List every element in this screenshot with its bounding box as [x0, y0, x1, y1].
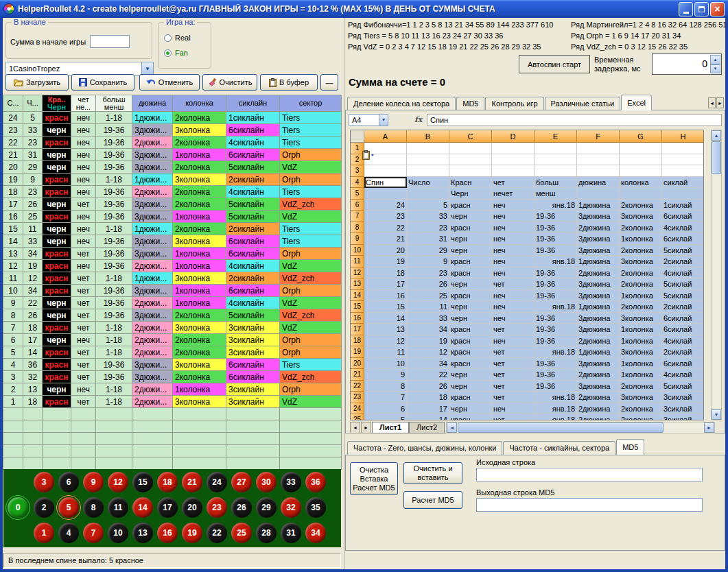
- sheet-nav-left-icon[interactable]: ◄: [350, 422, 360, 433]
- excel-col-header-E[interactable]: E: [535, 130, 577, 143]
- scroll-left-icon[interactable]: ◄: [447, 422, 457, 433]
- excel-cell-A8[interactable]: 22: [364, 222, 407, 234]
- excel-cell-H7[interactable]: 6сиклай: [662, 211, 704, 222]
- excel-row-header-17[interactable]: 17: [351, 324, 364, 335]
- excel-cell-B16[interactable]: 33: [407, 313, 449, 324]
- excel-row-header-15[interactable]: 15: [351, 301, 364, 313]
- excel-cell-G17[interactable]: 1колонка: [620, 324, 662, 335]
- excel-cell-C7[interactable]: черн: [449, 211, 492, 222]
- excel-cell-A19[interactable]: 11: [364, 346, 407, 358]
- wheel-number-29[interactable]: 29: [256, 497, 277, 518]
- wheel-number-13[interactable]: 13: [132, 523, 153, 543]
- excel-cell-G18[interactable]: 1колонка: [620, 335, 662, 347]
- excel-cell-D25[interactable]: чет: [492, 414, 535, 420]
- excel-cell-E21[interactable]: 19-36: [535, 369, 577, 381]
- radio-real[interactable]: Real: [164, 34, 191, 42]
- excel-cell-D15[interactable]: неч: [492, 301, 535, 313]
- excel-cell-B14[interactable]: 25: [407, 290, 449, 302]
- excel-cell-D16[interactable]: неч: [492, 313, 535, 324]
- excel-cell-G9[interactable]: 1колонка: [620, 233, 662, 245]
- md5-output-input[interactable]: [476, 498, 703, 512]
- excel-cell-A11[interactable]: 19: [364, 256, 407, 267]
- excel-cell-G12[interactable]: 2колонка: [620, 267, 662, 279]
- wheel-number-34[interactable]: 34: [305, 523, 326, 543]
- radio-fan[interactable]: Fan: [164, 49, 188, 57]
- excel-cell-D7[interactable]: неч: [492, 211, 535, 222]
- excel-cell-C9[interactable]: черн: [449, 233, 492, 245]
- excel-cell-H3[interactable]: [662, 165, 704, 177]
- excel-cell-F3[interactable]: [577, 165, 620, 177]
- excel-row-header-4[interactable]: 4: [351, 177, 364, 189]
- excel-row-header-25[interactable]: 25: [351, 414, 364, 420]
- excel-cell-F22[interactable]: 3дюжина: [577, 381, 620, 392]
- excel-cell-B7[interactable]: 33: [407, 211, 449, 222]
- excel-row-header-13[interactable]: 13: [351, 278, 364, 290]
- tab-freq-chances[interactable]: Частота - Zero, шансы, дюжины, колонки: [347, 441, 502, 455]
- wheel-number-24[interactable]: 24: [207, 472, 227, 492]
- cell-name-box[interactable]: A4 ▼: [349, 114, 388, 126]
- excel-cell-F7[interactable]: 3дюжина: [577, 211, 620, 222]
- excel-cell-D21[interactable]: чет: [492, 369, 535, 381]
- autospin-start-button[interactable]: Автоспин старт: [519, 55, 590, 73]
- md5-clear-insert-button[interactable]: Очистить и вставить: [403, 462, 462, 484]
- excel-cell-C3[interactable]: [449, 165, 492, 177]
- excel-cell-E23[interactable]: янв.18: [535, 392, 577, 403]
- excel-row-header-3[interactable]: 3: [351, 165, 364, 177]
- excel-cell-E3[interactable]: [535, 165, 577, 177]
- excel-cell-G13[interactable]: 2колонка: [620, 278, 662, 290]
- excel-cell-B17[interactable]: 34: [407, 324, 449, 335]
- wheel-number-9[interactable]: 9: [83, 472, 104, 492]
- excel-cell-C13[interactable]: черн: [449, 278, 492, 290]
- excel-cell-F8[interactable]: 2дюжина: [577, 222, 620, 234]
- excel-cell-F19[interactable]: 1дюжина: [577, 346, 620, 358]
- excel-cell-E5[interactable]: менш: [535, 188, 577, 200]
- excel-cell-B25[interactable]: 14: [407, 414, 449, 420]
- excel-col-header-B[interactable]: B: [407, 130, 449, 143]
- excel-cell-C21[interactable]: черн: [449, 369, 492, 381]
- excel-cell-A24[interactable]: 6: [364, 403, 407, 415]
- wheel-number-0[interactable]: 0: [8, 497, 28, 518]
- excel-cell-F15[interactable]: 1дюжина: [577, 301, 620, 313]
- spin-down-icon[interactable]: ▼: [710, 64, 720, 74]
- excel-cell-B18[interactable]: 19: [407, 335, 449, 347]
- excel-cell-A23[interactable]: 7: [364, 392, 407, 403]
- excel-cell-A4[interactable]: Спин: [364, 177, 407, 189]
- excel-cell-A18[interactable]: 12: [364, 335, 407, 347]
- excel-cell-B13[interactable]: 26: [407, 278, 449, 290]
- excel-cell-C22[interactable]: черн: [449, 381, 492, 392]
- sheet-nav-right-icon[interactable]: ►: [361, 422, 371, 433]
- tab-scroll-left-icon[interactable]: ◄: [708, 97, 716, 108]
- excel-cell-H22[interactable]: 5сиклай: [662, 381, 704, 392]
- excel-cell-E22[interactable]: 19-36: [535, 381, 577, 392]
- excel-cell-A25[interactable]: 5: [364, 414, 407, 420]
- wheel-number-22[interactable]: 22: [207, 523, 227, 543]
- formula-input[interactable]: Спин: [427, 114, 722, 126]
- excel-cell-D9[interactable]: неч: [492, 233, 535, 245]
- excel-cell-E20[interactable]: 19-36: [535, 358, 577, 370]
- excel-cell-D14[interactable]: неч: [492, 290, 535, 302]
- excel-cell-F2[interactable]: [577, 154, 620, 166]
- excel-cell-C24[interactable]: черн: [449, 403, 492, 415]
- excel-cell-B12[interactable]: 23: [407, 267, 449, 279]
- excel-row-header-20[interactable]: 20: [351, 358, 364, 370]
- excel-cell-G25[interactable]: 2колонка: [620, 414, 662, 420]
- wheel-number-7[interactable]: 7: [83, 523, 104, 543]
- excel-cell-F11[interactable]: 1дюжина: [577, 256, 620, 267]
- excel-cell-E24[interactable]: янв.18: [535, 403, 577, 415]
- wheel-number-19[interactable]: 19: [182, 523, 202, 543]
- excel-cell-E11[interactable]: янв.18: [535, 256, 577, 267]
- excel-cell-B8[interactable]: 23: [407, 222, 449, 234]
- wheel-number-32[interactable]: 32: [281, 497, 301, 518]
- md5-source-input[interactable]: [476, 468, 703, 481]
- excel-cell-F12[interactable]: 2дюжина: [577, 267, 620, 279]
- md5-calc-button[interactable]: Расчет MD5: [403, 491, 462, 509]
- excel-row-header-24[interactable]: 24: [351, 403, 364, 415]
- excel-cell-E16[interactable]: 19-36: [535, 313, 577, 324]
- excel-cell-E2[interactable]: [535, 154, 577, 166]
- excel-cell-F14[interactable]: 3дюжина: [577, 290, 620, 302]
- minimize-button[interactable]: [679, 2, 693, 16]
- wheel-number-36[interactable]: 36: [305, 472, 326, 492]
- excel-cell-C2[interactable]: [449, 154, 492, 166]
- excel-cell-H11[interactable]: 2сиклай: [662, 256, 704, 267]
- tab-wheel-sectors[interactable]: Деление колеса на сектора: [347, 97, 456, 110]
